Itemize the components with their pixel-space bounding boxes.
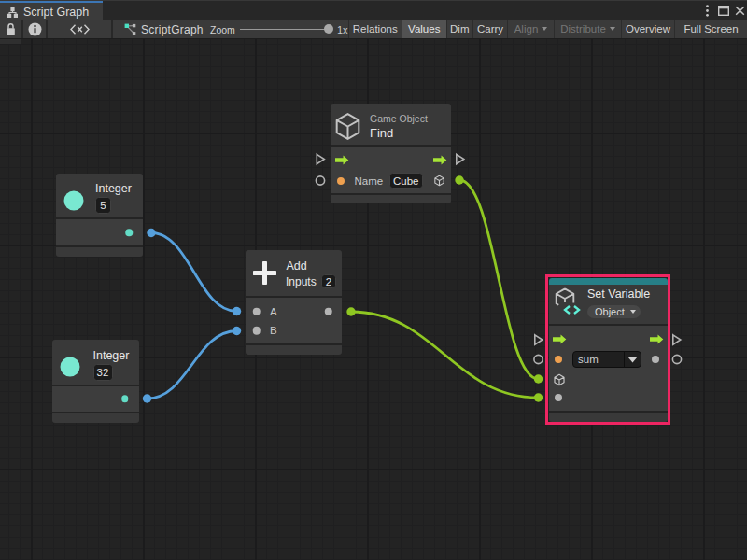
name-input-port[interactable] xyxy=(337,177,345,185)
toolbar-button-label: Align xyxy=(514,23,539,35)
flow-in-arrow xyxy=(553,334,567,344)
node-body: A B xyxy=(246,298,342,343)
toolbar-button-align[interactable]: Align xyxy=(507,20,554,38)
node-title: Set Variable xyxy=(587,287,650,301)
node-body: Name Cube xyxy=(331,147,452,193)
code-icon xyxy=(70,24,90,35)
variable-chevrons-icon xyxy=(563,305,581,315)
zoom-label: Zoom xyxy=(210,24,235,35)
gameobject-target-port[interactable] xyxy=(553,372,566,387)
input-port-a[interactable] xyxy=(252,307,261,315)
kebab-menu-icon[interactable] xyxy=(700,4,713,19)
inputs-label: Inputs xyxy=(286,275,317,288)
script-graph-window: Script Graph xyxy=(0,0,747,560)
variable-name-dropdown-arrow[interactable] xyxy=(624,352,641,367)
tab-script-graph[interactable]: Script Graph xyxy=(0,1,103,21)
node-title: Add xyxy=(287,259,307,273)
node-header: Integer 32 xyxy=(52,340,139,385)
integer-value-input[interactable]: 5 xyxy=(95,197,111,214)
node-find[interactable]: Game Object Find Name Cube xyxy=(331,104,452,203)
close-icon[interactable] xyxy=(733,4,746,19)
dropdown-caret-icon xyxy=(610,27,615,31)
toolbar-button-label: Dim xyxy=(450,23,469,35)
maximize-icon[interactable] xyxy=(717,4,730,19)
zoom-slider[interactable] xyxy=(240,20,333,38)
window-controls xyxy=(700,1,747,21)
code-view-button[interactable] xyxy=(48,20,111,38)
zoom-slider-track xyxy=(240,29,331,31)
toolbar-button-carry[interactable]: Carry xyxy=(472,20,507,38)
node-header: Integer 5 xyxy=(56,174,143,217)
flow-out-arrow xyxy=(433,155,447,165)
titlebar: Script Graph xyxy=(0,0,747,20)
node-footer xyxy=(56,247,143,257)
toolbar-button-values[interactable]: Values xyxy=(402,20,446,38)
node-footer xyxy=(331,195,452,204)
graph-hierarchy-icon xyxy=(7,7,18,18)
graph-corner-chip xyxy=(0,39,21,44)
variable-kind-bar xyxy=(549,278,669,285)
lock-icon xyxy=(6,23,16,35)
node-body xyxy=(56,219,143,245)
toolbar-button-overview[interactable]: Overview xyxy=(621,20,674,38)
node-set-variable[interactable]: Set Variable Object sum xyxy=(549,278,669,422)
node-body xyxy=(52,386,139,413)
toolbar-button-distribute[interactable]: Distribute xyxy=(554,20,621,38)
zoom-slider-knob[interactable] xyxy=(324,24,334,35)
input-port-b[interactable] xyxy=(252,327,261,335)
variable-kind-value: Object xyxy=(595,306,625,317)
output-port[interactable] xyxy=(125,229,133,236)
node-integer-5[interactable]: Integer 5 xyxy=(56,174,143,257)
node-subtitle: Game Object xyxy=(370,113,428,124)
variable-kind-dropdown[interactable]: Object xyxy=(587,305,641,318)
scriptgraph-label: ScriptGraph xyxy=(141,23,204,36)
dropdown-caret-icon xyxy=(542,27,547,31)
add-icon xyxy=(253,261,276,285)
flow-in-arrow xyxy=(335,155,349,165)
toolbar-button-label: Distribute xyxy=(560,23,606,35)
node-add[interactable]: Add Inputs 2 A B xyxy=(246,250,342,355)
toolbar-button-dim[interactable]: Dim xyxy=(446,20,473,38)
node-title: Integer xyxy=(95,182,132,195)
node-header: Set Variable Object xyxy=(549,285,669,324)
integer-type-icon xyxy=(64,191,84,211)
node-footer xyxy=(246,345,342,355)
lock-button[interactable] xyxy=(0,20,21,38)
graph-toolbar: ScriptGraph Zoom 1x RelationsValuesDimCa… xyxy=(0,20,747,39)
toolbar-button-label: Values xyxy=(408,23,440,35)
node-footer xyxy=(52,413,139,423)
port-a-label: A xyxy=(270,306,277,317)
dropdown-caret-icon xyxy=(630,310,636,314)
toolbar-button-label: Overview xyxy=(626,23,670,35)
output-port[interactable] xyxy=(121,395,129,402)
toolbar-button-label: Full Screen xyxy=(684,23,738,35)
node-integer-32[interactable]: Integer 32 xyxy=(52,340,139,423)
toolbar-main: ScriptGraph Zoom 1x RelationsValuesDimCa… xyxy=(113,20,747,38)
zoom-value: 1x xyxy=(337,24,348,35)
output-port-sum[interactable] xyxy=(324,307,332,315)
inputs-count-input[interactable]: 2 xyxy=(321,274,336,288)
info-button[interactable] xyxy=(23,20,46,38)
node-header: Add Inputs 2 xyxy=(246,250,342,296)
node-title: Find xyxy=(370,126,393,140)
toolbar-button-label: Carry xyxy=(477,23,503,35)
toolbar-button-label: Relations xyxy=(353,23,398,35)
variable-name-value: sum xyxy=(573,352,624,367)
gameobject-cube-icon xyxy=(332,111,363,142)
output-port[interactable] xyxy=(652,356,659,363)
node-footer xyxy=(549,413,669,422)
name-value-input[interactable]: Cube xyxy=(389,173,423,189)
tab-label: Script Graph xyxy=(23,6,89,19)
toolbar-button-fullscreen[interactable]: Full Screen xyxy=(674,20,747,38)
node-title: Integer xyxy=(93,349,130,362)
toolbar-button-relations[interactable]: Relations xyxy=(348,20,402,38)
name-label: Name xyxy=(355,175,384,187)
variable-name-port[interactable] xyxy=(555,356,562,363)
node-body: sum xyxy=(549,326,669,411)
value-input-port[interactable] xyxy=(555,394,562,401)
info-icon xyxy=(28,22,42,36)
gameobject-output-port[interactable] xyxy=(433,175,445,187)
variable-name-dropdown[interactable]: sum xyxy=(572,351,641,368)
integer-type-icon xyxy=(61,357,80,377)
integer-value-input[interactable]: 32 xyxy=(93,364,113,381)
